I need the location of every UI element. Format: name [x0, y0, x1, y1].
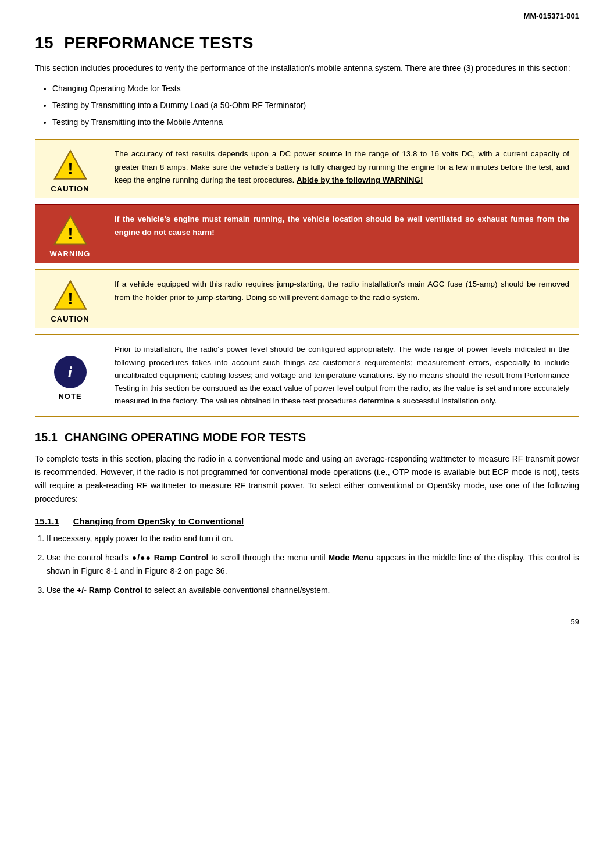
caution-label-2: CAUTION [51, 315, 89, 323]
section-15-1-1-heading: 15.1.1Changing from OpenSky to Conventio… [35, 516, 579, 526]
doc-number: MM-015371-001 [524, 12, 579, 20]
caution-triangle-icon-1: ! [53, 149, 88, 181]
step-2: Use the control head's ●/●● Ramp Control… [47, 551, 579, 578]
step-3-before: Use the [47, 585, 77, 595]
caution-icon-col-2: ! CAUTION [35, 270, 105, 328]
bullet-item-2: Testing by Transmitting into a Dummy Loa… [52, 99, 579, 112]
section-15-1-num: 15.1 [35, 431, 58, 444]
caution-content-2: If a vehicle equipped with this radio re… [105, 270, 579, 328]
caution-icon-col-1: ! CAUTION [35, 140, 105, 198]
bullet-item-1: Changing Operating Mode for Tests [52, 83, 579, 95]
step-1: If necessary, apply power to the radio a… [47, 532, 579, 545]
section-15-1-1-steps: If necessary, apply power to the radio a… [47, 532, 579, 597]
section-15-1-title: CHANGING OPERATING MODE FOR TESTS [65, 431, 306, 444]
page: MM-015371-001 15PERFORMANCE TESTS This s… [0, 0, 614, 868]
caution-notice-2: ! CAUTION If a vehicle equipped with thi… [35, 269, 579, 328]
svg-text:!: ! [67, 225, 73, 242]
section-15-1-heading: 15.1CHANGING OPERATING MODE FOR TESTS [35, 431, 579, 444]
note-content: Prior to installation, the radio's power… [105, 335, 579, 416]
header-bar: MM-015371-001 [35, 12, 579, 23]
svg-text:!: ! [67, 290, 73, 308]
step-3-ramp: +/- Ramp Control [77, 585, 142, 595]
chapter-number: 15 [35, 34, 53, 52]
caution-label-1: CAUTION [51, 184, 89, 193]
step-3-after: to select an available conventional chan… [142, 585, 330, 595]
footer-bar: 59 [35, 615, 579, 626]
caution-notice-1: ! CAUTION The accuracy of test results d… [35, 139, 579, 198]
section-15-1-body: To complete tests in this section, placi… [35, 452, 579, 506]
warning-triangle-icon: ! [53, 214, 88, 246]
step-2-middle: to scroll through the menu until [208, 553, 328, 562]
note-notice: i NOTE Prior to installation, the radio'… [35, 334, 579, 416]
note-icon-col: i NOTE [35, 335, 105, 416]
step-2-ramp: ●/●● Ramp Control [132, 553, 209, 562]
caution-content-1: The accuracy of test results depends upo… [105, 140, 579, 198]
warning-content: If the vehicle's engine must remain runn… [105, 205, 579, 263]
intro-bullet-list: Changing Operating Mode for Tests Testin… [52, 83, 579, 128]
step-3: Use the +/- Ramp Control to select an av… [47, 584, 579, 597]
step-2-before: Use the control head's [47, 553, 132, 562]
chapter-heading: PERFORMANCE TESTS [64, 34, 254, 52]
intro-paragraph1: This section includes procedures to veri… [35, 62, 579, 74]
step-2-mode: Mode Menu [328, 553, 373, 562]
bullet-item-3: Testing by Transmitting into the Mobile … [52, 116, 579, 128]
note-info-icon: i [54, 356, 87, 388]
abide-warning-link: Abide by the following WARNING! [297, 176, 423, 184]
caution-triangle-icon-2: ! [53, 279, 88, 311]
warning-notice: ! WARNING If the vehicle's engine must r… [35, 204, 579, 263]
note-label: NOTE [58, 392, 81, 401]
page-number: 59 [571, 617, 579, 626]
section-15-1-1-title: Changing from OpenSky to Conventional [73, 516, 244, 526]
warning-label: WARNING [50, 249, 91, 258]
section-15-1-1-num: 15.1.1 [35, 516, 59, 526]
chapter-title: 15PERFORMANCE TESTS [35, 34, 579, 52]
svg-text:!: ! [67, 160, 73, 177]
warning-icon-col: ! WARNING [35, 205, 105, 263]
